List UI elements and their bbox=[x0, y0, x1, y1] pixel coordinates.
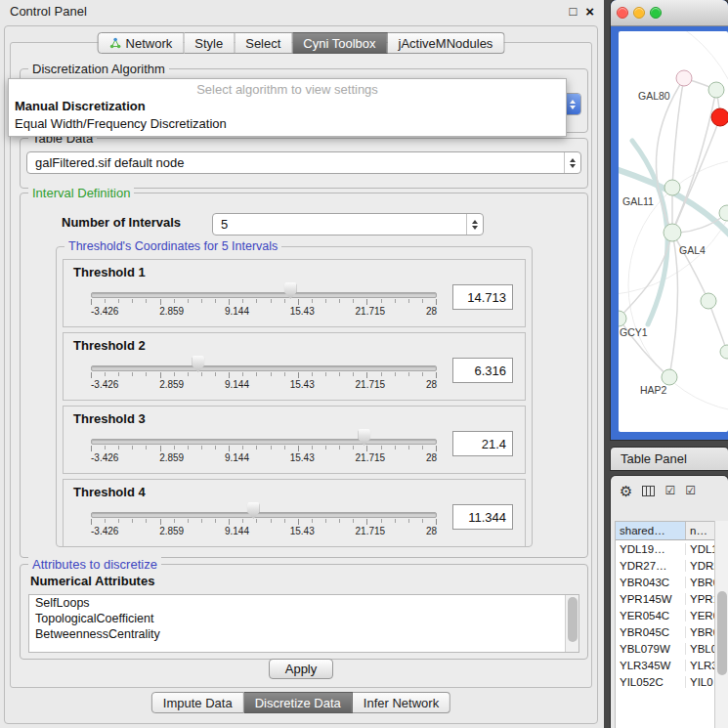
threshold-value-field[interactable]: 6.316 bbox=[452, 358, 513, 383]
scale-label: 15.43 bbox=[290, 526, 315, 536]
algorithm-group-label: Discretization Algorithm bbox=[28, 62, 169, 76]
network-canvas[interactable]: GAL80GAL11GAL4GCY1HAP2 bbox=[619, 31, 728, 432]
cell-name: YLR3… bbox=[686, 660, 714, 671]
tab-cyni-toolbox[interactable]: Cyni Toolbox bbox=[292, 32, 387, 54]
table-data-group: Table Data galFiltered.sif default node bbox=[20, 138, 588, 189]
control-panel-content: Discretization Algorithm Table Data galF… bbox=[10, 42, 592, 688]
scale-label: 21.715 bbox=[356, 526, 386, 536]
attribute-list-item[interactable]: SelfLoops bbox=[29, 595, 578, 611]
attributes-scrollbar[interactable] bbox=[565, 595, 578, 652]
threshold-slider[interactable]: -3.4262.8599.14415.4321.71528 bbox=[89, 279, 439, 321]
dropdown-item-1[interactable]: Manual Discretization bbox=[9, 98, 566, 115]
table-row[interactable]: YDL19…YDL1… bbox=[616, 540, 714, 557]
threshold-value-field[interactable]: 11.344 bbox=[452, 504, 513, 530]
scale-label: 15.43 bbox=[290, 379, 315, 390]
control-panel-window: Control Panel □ × NetworkStyleSelectCyni… bbox=[0, 0, 604, 728]
threshold-slider[interactable]: -3.4262.8599.14415.4321.71528 bbox=[89, 499, 439, 540]
slider-thumb[interactable] bbox=[192, 356, 204, 372]
table-header-row: shared…n… bbox=[616, 522, 714, 540]
scale-label: 9.144 bbox=[225, 379, 249, 390]
table-scrollbar[interactable] bbox=[714, 521, 728, 728]
table-row[interactable]: YDR27…YDR2… bbox=[616, 557, 714, 574]
threshold-label: Threshold 3 bbox=[64, 407, 525, 426]
bottom-tab-label: Discretize Data bbox=[255, 696, 341, 710]
zoom-traffic-light[interactable] bbox=[650, 7, 662, 19]
node-label: GAL4 bbox=[679, 244, 706, 256]
cell-name: YER0… bbox=[686, 610, 714, 621]
table-panel-window: ⚙ ☑ ☑ shared…n… YDL19…YDL1…YDR27…YDR2…YB… bbox=[611, 476, 728, 728]
threshold-panel: Threshold 1-3.4262.8599.14415.4321.71528… bbox=[63, 259, 526, 327]
top-tab-bar: NetworkStyleSelectCyni ToolboxjActiveMNo… bbox=[98, 32, 505, 54]
table-rows: YDL19…YDL1…YDR27…YDR2…YBR043CYBR0…YPR145… bbox=[616, 540, 714, 690]
table-row[interactable]: YBR043CYBR0… bbox=[616, 574, 714, 590]
table-row[interactable]: YER054CYER0… bbox=[616, 607, 714, 623]
table-scrollbar-thumb[interactable] bbox=[717, 591, 727, 675]
select-none-icon[interactable]: ☑ bbox=[685, 485, 696, 496]
slider-scale: -3.4262.8599.14415.4321.71528 bbox=[91, 379, 437, 390]
table-row[interactable]: YBR045CYBR0… bbox=[616, 623, 714, 640]
tab-network[interactable]: Network bbox=[98, 32, 185, 54]
slider-thumb[interactable] bbox=[247, 502, 260, 519]
network-node-selected[interactable] bbox=[711, 108, 728, 126]
scale-label: 28 bbox=[426, 452, 437, 463]
network-node[interactable] bbox=[676, 70, 692, 86]
bottom-tab-infer-network[interactable]: Infer Network bbox=[353, 692, 450, 713]
tab-jactivemnodules[interactable]: jActiveMNodules bbox=[388, 32, 505, 54]
table-row[interactable]: YIL052CYIL0… bbox=[616, 673, 714, 690]
network-node[interactable] bbox=[720, 345, 728, 359]
table-data-combo-value: galFiltered.sif default node bbox=[27, 155, 564, 170]
dropdown-item-2[interactable]: Equal Width/Frequency Discretization bbox=[9, 115, 566, 133]
table-data-combo[interactable]: galFiltered.sif default node bbox=[26, 151, 581, 174]
close-traffic-light[interactable] bbox=[617, 7, 628, 19]
apply-button[interactable]: Apply bbox=[269, 659, 333, 679]
network-node[interactable] bbox=[708, 82, 724, 98]
threshold-slider[interactable]: -3.4262.8599.14415.4321.71528 bbox=[89, 426, 439, 467]
network-node[interactable] bbox=[662, 369, 677, 385]
attributes-scrollbar-thumb[interactable] bbox=[568, 597, 578, 642]
threshold-slider[interactable]: -3.4262.8599.14415.4321.71528 bbox=[89, 353, 439, 394]
table-row[interactable]: YLR345WYLR3… bbox=[616, 657, 714, 673]
minimize-traffic-light[interactable] bbox=[633, 7, 645, 19]
table-row[interactable]: YPR145WYPR1… bbox=[616, 590, 714, 607]
network-node[interactable] bbox=[664, 180, 680, 195]
tab-label: jActiveMNodules bbox=[399, 36, 493, 51]
slider-thumb-zone bbox=[91, 356, 437, 373]
select-all-icon[interactable]: ☑ bbox=[664, 485, 675, 496]
interval-definition-group: Interval Definition Number of Intervals … bbox=[20, 193, 588, 558]
scale-label: 21.715 bbox=[356, 452, 386, 463]
numerical-attributes-list[interactable]: SelfLoopsTopologicalCoefficientBetweenne… bbox=[28, 594, 579, 653]
column-header-2[interactable]: n… bbox=[686, 522, 714, 539]
cell-name: YBR0… bbox=[686, 577, 714, 588]
threshold-value-field[interactable]: 21.4 bbox=[452, 431, 513, 456]
scale-label: 9.144 bbox=[225, 526, 249, 536]
tab-select[interactable]: Select bbox=[235, 32, 292, 54]
bottom-tab-discretize-data[interactable]: Discretize Data bbox=[244, 692, 353, 713]
network-graph: GAL80GAL11GAL4GCY1HAP2 bbox=[619, 31, 728, 432]
columns-icon[interactable] bbox=[642, 486, 655, 496]
network-node[interactable] bbox=[619, 311, 626, 326]
tab-style[interactable]: Style bbox=[184, 32, 235, 54]
cell-name: YPR1… bbox=[686, 593, 714, 605]
bottom-tab-impute-data[interactable]: Impute Data bbox=[151, 692, 244, 713]
attribute-list-item[interactable]: BetweennessCentrality bbox=[29, 626, 578, 642]
window-title: Control Panel bbox=[10, 4, 560, 19]
gear-icon[interactable]: ⚙ bbox=[620, 484, 632, 498]
slider-thumb[interactable] bbox=[284, 282, 297, 299]
number-of-intervals-combo[interactable]: 5 bbox=[212, 213, 484, 236]
close-icon[interactable]: × bbox=[585, 4, 594, 19]
column-header-1[interactable]: shared… bbox=[616, 522, 686, 539]
scale-label: 15.43 bbox=[290, 452, 315, 463]
network-node[interactable] bbox=[664, 224, 681, 241]
cell-shared-name: YER054C bbox=[616, 610, 686, 621]
attribute-list-item[interactable]: TopologicalCoefficient bbox=[29, 611, 578, 626]
network-view-window: GAL80GAL11GAL4GCY1HAP2 bbox=[611, 0, 728, 440]
minimize-icon[interactable]: □ bbox=[569, 5, 577, 18]
cell-shared-name: YIL052C bbox=[616, 676, 686, 688]
cell-name: YDL1… bbox=[686, 543, 714, 555]
threshold-panel: Threshold 3-3.4262.8599.14415.4321.71528… bbox=[63, 406, 526, 474]
slider-thumb[interactable] bbox=[358, 429, 370, 446]
thresholds-group: Threshold's Coordinates for 5 Intervals … bbox=[56, 246, 533, 547]
network-node[interactable] bbox=[701, 293, 716, 309]
table-row[interactable]: YBL079WYBL0… bbox=[616, 640, 714, 657]
threshold-value-field[interactable]: 14.713 bbox=[452, 284, 513, 310]
